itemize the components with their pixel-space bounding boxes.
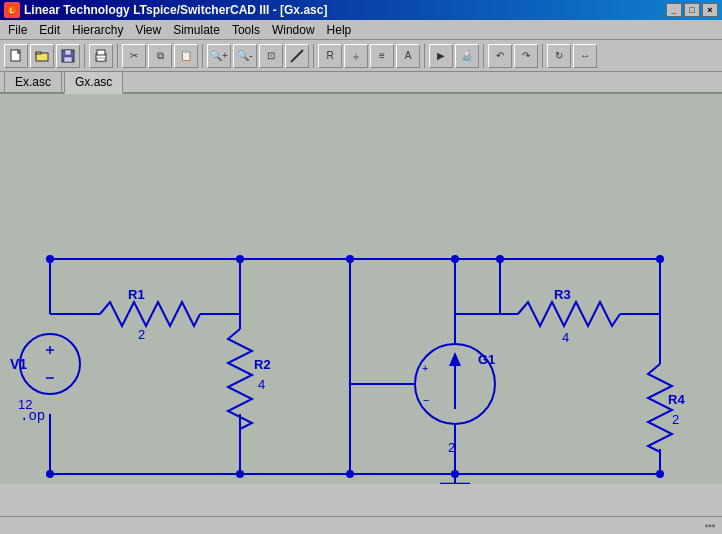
menu-window[interactable]: Window: [266, 21, 321, 39]
undo-button[interactable]: ↶: [488, 44, 512, 68]
svg-text:R4: R4: [668, 392, 685, 407]
text-button[interactable]: A: [396, 44, 420, 68]
toolbar-sep-7: [542, 44, 543, 68]
open-button[interactable]: [30, 44, 54, 68]
svg-point-69: [236, 255, 244, 263]
svg-text:G1: G1: [478, 352, 495, 367]
menu-edit[interactable]: Edit: [33, 21, 66, 39]
toolbar-sep-1: [84, 44, 85, 68]
menu-simulate[interactable]: Simulate: [167, 21, 226, 39]
paste-button[interactable]: 📋: [174, 44, 198, 68]
toolbar-sep-2: [117, 44, 118, 68]
status-bar: ▪▪▪: [0, 516, 722, 534]
svg-rect-9: [97, 50, 105, 55]
svg-text:L: L: [10, 7, 15, 14]
svg-point-73: [496, 255, 504, 263]
svg-point-75: [46, 470, 54, 478]
menu-file[interactable]: File: [2, 21, 33, 39]
svg-line-11: [291, 50, 303, 62]
svg-rect-12: [0, 94, 722, 484]
app-icon: L: [4, 2, 20, 18]
net-button[interactable]: ≡: [370, 44, 394, 68]
window-title: Linear Technology LTspice/SwitcherCAD II…: [24, 3, 327, 17]
minimize-button[interactable]: _: [666, 3, 682, 17]
svg-point-78: [346, 470, 354, 478]
svg-text:V1: V1: [10, 356, 27, 372]
copy-button[interactable]: ⧉: [148, 44, 172, 68]
svg-text:R2: R2: [254, 357, 271, 372]
menu-hierarchy[interactable]: Hierarchy: [66, 21, 129, 39]
toolbar-sep-5: [424, 44, 425, 68]
title-buttons[interactable]: _ □ ×: [666, 3, 718, 17]
toolbar-sep-3: [202, 44, 203, 68]
spice-directive: .op: [20, 408, 45, 424]
cut-button[interactable]: ✂: [122, 44, 146, 68]
print-button[interactable]: [89, 44, 113, 68]
svg-text:2: 2: [138, 327, 145, 342]
svg-text:R3: R3: [554, 287, 571, 302]
toolbar-sep-4: [313, 44, 314, 68]
svg-rect-4: [36, 52, 41, 54]
save-button[interactable]: [56, 44, 80, 68]
svg-point-74: [451, 470, 459, 478]
circuit-diagram: V1 12 R1 2 R2 4 + − G1 2: [0, 94, 722, 484]
svg-text:−: −: [423, 394, 429, 406]
svg-rect-7: [64, 57, 72, 62]
zoom-out-button[interactable]: 🔍-: [233, 44, 257, 68]
svg-point-76: [656, 470, 664, 478]
svg-point-72: [451, 255, 459, 263]
svg-point-77: [656, 255, 664, 263]
toolbar-sep-6: [483, 44, 484, 68]
svg-point-68: [46, 255, 54, 263]
svg-point-70: [236, 470, 244, 478]
mirror-button[interactable]: ↔: [573, 44, 597, 68]
tab-gx-asc[interactable]: Gx.asc: [64, 71, 123, 94]
toolbar: ✂ ⧉ 📋 🔍+ 🔍- ⊡ R ⏚ ≡ A ▶ 🔬 ↶ ↷ ↻ ↔: [0, 40, 722, 72]
redo-button[interactable]: ↷: [514, 44, 538, 68]
probe-button[interactable]: 🔬: [455, 44, 479, 68]
ground-button[interactable]: ⏚: [344, 44, 368, 68]
new-button[interactable]: [4, 44, 28, 68]
title-bar: L Linear Technology LTspice/SwitcherCAD …: [0, 0, 722, 20]
menu-view[interactable]: View: [129, 21, 167, 39]
svg-text:2: 2: [672, 412, 679, 427]
rotate-button[interactable]: ↻: [547, 44, 571, 68]
menu-help[interactable]: Help: [321, 21, 358, 39]
simulate-button[interactable]: ▶: [429, 44, 453, 68]
svg-rect-6: [65, 50, 71, 55]
menu-tools[interactable]: Tools: [226, 21, 266, 39]
zoom-in-button[interactable]: 🔍+: [207, 44, 231, 68]
zoom-fit-button[interactable]: ⊡: [259, 44, 283, 68]
tab-bar: Ex.asc Gx.asc: [0, 72, 722, 94]
resize-grip[interactable]: ▪▪▪: [702, 518, 718, 534]
svg-text:4: 4: [562, 330, 569, 345]
maximize-button[interactable]: □: [684, 3, 700, 17]
menu-bar: File Edit Hierarchy View Simulate Tools …: [0, 20, 722, 40]
svg-rect-10: [97, 58, 105, 61]
svg-text:R1: R1: [128, 287, 145, 302]
canvas-area[interactable]: V1 12 R1 2 R2 4 + − G1 2: [0, 94, 722, 484]
svg-point-71: [346, 255, 354, 263]
close-button[interactable]: ×: [702, 3, 718, 17]
svg-text:4: 4: [258, 377, 265, 392]
svg-text:+: +: [422, 362, 428, 374]
draw-wire-button[interactable]: [285, 44, 309, 68]
tab-ex-asc[interactable]: Ex.asc: [4, 71, 62, 92]
component-button[interactable]: R: [318, 44, 342, 68]
